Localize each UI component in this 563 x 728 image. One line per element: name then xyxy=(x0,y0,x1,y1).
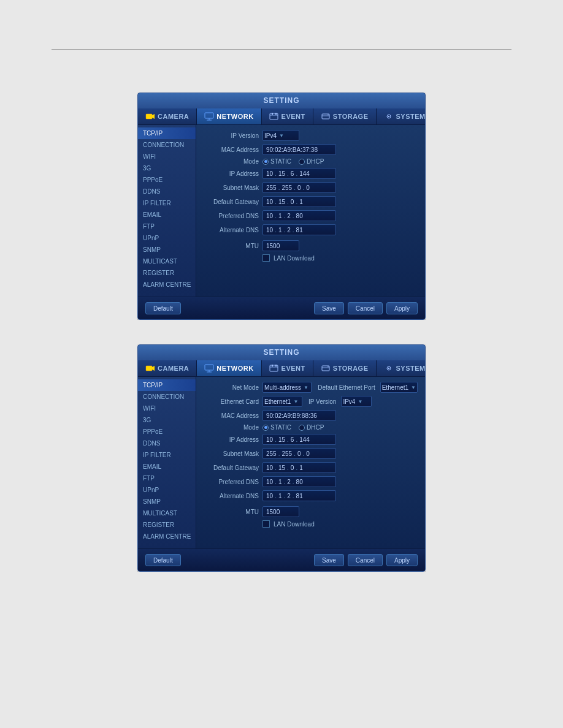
tab-network[interactable]: NETWORK xyxy=(197,108,261,124)
panel2-action-buttons: Save Cancel Apply xyxy=(314,554,418,566)
tab-storage[interactable]: STORAGE xyxy=(313,108,377,124)
p2-ip-version-select[interactable]: IPv4 ▼ xyxy=(341,396,372,407)
preferred-dns-value[interactable]: 10 . 1 . 2 . 80 xyxy=(262,210,336,221)
p2-tab-system[interactable]: SYSTEM xyxy=(377,360,426,376)
p2-sidebar-item-upnp[interactable]: UPnP xyxy=(138,484,196,496)
panel1-cancel-button[interactable]: Cancel xyxy=(348,302,383,314)
svg-rect-7 xyxy=(272,113,273,115)
p2-sidebar-item-multicast[interactable]: MULTICAST xyxy=(138,507,196,519)
panel2-main: Net Mode Multi-address ▼ Default Etherne… xyxy=(196,377,425,548)
p2-sidebar-item-snmp[interactable]: SNMP xyxy=(138,496,196,507)
tab-camera[interactable]: CAMERA xyxy=(138,108,197,124)
p2-sidebar-item-wifi[interactable]: WIFI xyxy=(138,403,196,414)
sidebar-item-connection[interactable]: CONNECTION xyxy=(138,139,196,151)
svg-rect-2 xyxy=(205,113,213,118)
p2-lan-download-label: LAN Download xyxy=(274,521,315,528)
default-gateway-label: Default Gateway xyxy=(204,199,259,205)
p2-default-gateway-value[interactable]: 10 . 15 . 0 . 1 xyxy=(262,462,336,473)
p2-tab-event[interactable]: EVENT xyxy=(262,360,313,376)
tab-system[interactable]: SYSTEM xyxy=(377,108,426,124)
panel1-apply-button[interactable]: Apply xyxy=(386,302,418,314)
panel2-save-button[interactable]: Save xyxy=(314,554,344,566)
subnet-mask-value[interactable]: 255 . 255 . 0 . 0 xyxy=(262,182,336,193)
event-icon xyxy=(269,112,279,121)
mtu-value[interactable]: 1500 xyxy=(262,240,299,251)
p2-mode-static-option[interactable]: STATIC xyxy=(262,424,291,431)
p2-alternate-dns-value[interactable]: 10 . 1 . 2 . 81 xyxy=(262,490,336,501)
p2-sidebar-item-alarmcentre[interactable]: ALARM CENTRE xyxy=(138,531,196,542)
alternate-dns-value[interactable]: 10 . 1 . 2 . 81 xyxy=(262,224,336,235)
sidebar-item-tcpip[interactable]: TCP/IP xyxy=(138,127,196,139)
mode-dhcp-option[interactable]: DHCP xyxy=(299,158,324,165)
static-radio-dot[interactable] xyxy=(262,159,269,165)
sidebar-item-email[interactable]: EMAIL xyxy=(138,209,196,221)
p2-tab-storage[interactable]: STORAGE xyxy=(313,360,377,376)
sidebar-item-snmp[interactable]: SNMP xyxy=(138,244,196,256)
p2-dhcp-radio-dot[interactable] xyxy=(299,425,305,431)
ip-version-row: IP Version IPv4 ▼ xyxy=(204,130,418,141)
svg-marker-1 xyxy=(152,114,155,119)
panel1-default-button[interactable]: Default xyxy=(145,302,181,314)
sidebar-item-wifi[interactable]: WIFI xyxy=(138,151,196,162)
dhcp-radio-dot[interactable] xyxy=(299,159,305,165)
setting-panel-2: SETTING CAMERA NETWORK xyxy=(137,344,426,572)
sidebar-item-pppoe[interactable]: PPPoE xyxy=(138,174,196,186)
panel2-default-button[interactable]: Default xyxy=(145,554,181,566)
p2-sidebar-item-ftp[interactable]: FTP xyxy=(138,472,196,484)
panel2-content: TCP/IP CONNECTION WIFI 3G PPPoE DDNS IP … xyxy=(138,377,425,548)
tab-event[interactable]: EVENT xyxy=(262,108,313,124)
p2-mac-address-row: MAC Address 90:02:A9:B9:88:36 xyxy=(204,410,418,421)
panel1-bottom-bar: Default Save Cancel Apply xyxy=(138,297,425,319)
p2-tab-network[interactable]: NETWORK xyxy=(197,360,261,376)
net-mode-select[interactable]: Multi-address ▼ xyxy=(262,382,312,393)
p2-ip-address-label: IP Address xyxy=(204,436,259,443)
sidebar-item-ftp[interactable]: FTP xyxy=(138,221,196,232)
p2-alternate-dns-label: Alternate DNS xyxy=(204,493,259,499)
p2-mac-address-value: 90:02:A9:B9:88:36 xyxy=(262,410,336,421)
sidebar-item-3g[interactable]: 3G xyxy=(138,162,196,174)
p2-sidebar-item-email[interactable]: EMAIL xyxy=(138,461,196,472)
p2-ip-address-value[interactable]: 10 . 15 . 6 . 144 xyxy=(262,434,336,445)
mode-static-option[interactable]: STATIC xyxy=(262,158,291,165)
sidebar-item-ddns[interactable]: DDNS xyxy=(138,186,196,197)
sidebar-item-alarmcentre[interactable]: ALARM CENTRE xyxy=(138,279,196,290)
svg-point-25 xyxy=(327,366,329,368)
p2-sidebar-item-3g[interactable]: 3G xyxy=(138,414,196,426)
default-eth-select[interactable]: Ethernet1 ▼ xyxy=(380,382,418,393)
sidebar-item-ipfilter[interactable]: IP FILTER xyxy=(138,197,196,209)
p2-lan-download-checkbox[interactable] xyxy=(262,520,270,528)
lan-download-checkbox[interactable] xyxy=(262,254,270,262)
page-container: SETTING CAMERA NETWORK xyxy=(0,49,563,572)
p2-sidebar-item-ipfilter[interactable]: IP FILTER xyxy=(138,449,196,461)
p2-sidebar-item-ddns[interactable]: DDNS xyxy=(138,438,196,449)
p2-sidebar-item-pppoe[interactable]: PPPoE xyxy=(138,426,196,438)
preferred-dns-label: Preferred DNS xyxy=(204,213,259,219)
p2-mtu-value[interactable]: 1500 xyxy=(262,506,299,517)
p2-sidebar-item-register[interactable]: REGISTER xyxy=(138,519,196,531)
eth-card-select[interactable]: Ethernet1 ▼ xyxy=(262,396,302,407)
p2-tab-camera[interactable]: CAMERA xyxy=(138,360,197,376)
ip-address-value[interactable]: 10 . 15 . 6 . 144 xyxy=(262,168,336,179)
p2-preferred-dns-value[interactable]: 10 . 1 . 2 . 80 xyxy=(262,476,336,487)
ip-version-select[interactable]: IPv4 ▼ xyxy=(262,130,299,141)
panel1-tab-bar: CAMERA NETWORK xyxy=(138,108,425,125)
p2-sidebar-item-connection[interactable]: CONNECTION xyxy=(138,391,196,403)
p2-static-radio-dot[interactable] xyxy=(262,425,269,431)
sidebar-item-multicast[interactable]: MULTICAST xyxy=(138,256,196,267)
panel2-apply-button[interactable]: Apply xyxy=(386,554,418,566)
p2-network-icon xyxy=(204,364,214,373)
eth-card-arrow: ▼ xyxy=(293,399,298,404)
panel1-save-button[interactable]: Save xyxy=(314,302,344,314)
top-divider xyxy=(52,49,511,50)
svg-point-11 xyxy=(327,115,329,116)
default-gateway-value[interactable]: 10 . 15 . 0 . 1 xyxy=(262,196,336,207)
panel2-cancel-button[interactable]: Cancel xyxy=(348,554,383,566)
p2-default-gateway-label: Default Gateway xyxy=(204,464,259,471)
p2-mode-dhcp-option[interactable]: DHCP xyxy=(299,424,324,431)
p2-subnet-mask-value[interactable]: 255 . 255 . 0 . 0 xyxy=(262,448,336,459)
sidebar-item-upnp[interactable]: UPnP xyxy=(138,232,196,244)
sidebar-item-register[interactable]: REGISTER xyxy=(138,267,196,279)
p2-sidebar-item-tcpip[interactable]: TCP/IP xyxy=(138,379,196,391)
mtu-row: MTU 1500 xyxy=(204,240,418,251)
p2-subnet-mask-label: Subnet Mask xyxy=(204,450,259,457)
